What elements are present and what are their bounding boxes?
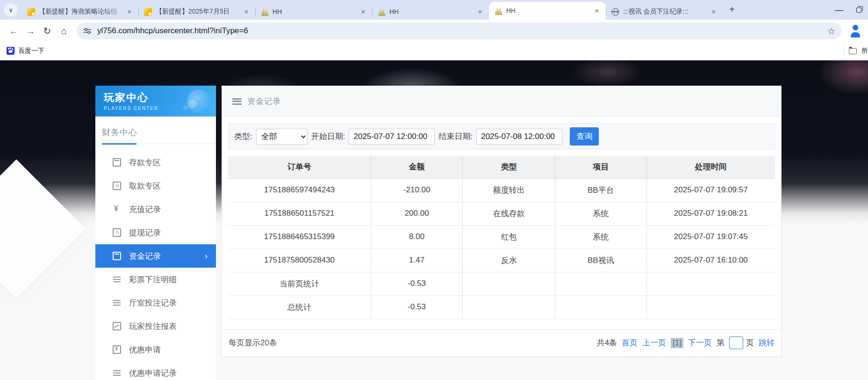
- jump-suffix-label: 页: [746, 337, 754, 348]
- tab-close-icon[interactable]: ×: [593, 7, 601, 15]
- bookmark-star-icon[interactable]: ☆: [827, 26, 835, 37]
- sidebar-item-player-bet-report[interactable]: 玩家投注报表: [95, 314, 216, 338]
- reload-icon[interactable]: ↻: [39, 23, 55, 39]
- sidebar-menu: 存款专区取款专区充值记录提现记录资金记录›彩票下注明细厅室投注记录玩家投注报表优…: [95, 151, 216, 380]
- url-text[interactable]: yl756.com/hhcp/usercenter.html?iniType=6: [97, 26, 822, 36]
- sidebar-item-label: 彩票下注明细: [129, 274, 177, 285]
- tab-close-icon[interactable]: ×: [125, 7, 134, 16]
- folder-icon[interactable]: [849, 48, 857, 54]
- chat-yellow-favicon-icon: [144, 8, 152, 16]
- table-row: 1751886597494243-210.00额度转出BB平台2025-07-0…: [228, 178, 775, 202]
- browser-tab[interactable]: HH×: [489, 2, 606, 20]
- profile-avatar[interactable]: [848, 24, 862, 38]
- sidebar-item-label: 玩家投注报表: [129, 321, 177, 332]
- new-tab-button[interactable]: +: [725, 3, 739, 16]
- hall-bet-record-icon: [113, 299, 121, 307]
- tab-close-icon[interactable]: ×: [242, 7, 251, 16]
- tab-title: 【新提醒】海燕策略论坛综: [39, 7, 122, 16]
- table-cell: 2025-07-07 19:07:45: [646, 225, 775, 248]
- menu-toggle-icon[interactable]: [232, 98, 242, 105]
- table-cell: [646, 295, 775, 319]
- browser-tab[interactable]: HH×: [372, 4, 489, 20]
- back-icon[interactable]: ←: [6, 23, 22, 39]
- browser-tab[interactable]: 【新提醒】2025年7月5日×: [138, 4, 255, 20]
- minimize-icon[interactable]: —: [835, 7, 843, 12]
- type-select[interactable]: 全部: [256, 129, 308, 145]
- table-cell: 1751886465315399: [228, 225, 371, 248]
- browser-tab[interactable]: 【新提醒】海燕策略论坛综×: [22, 4, 138, 20]
- table-cell: BB视讯: [555, 248, 646, 272]
- tab-title: :::视讯 会员下注纪录:::: [623, 7, 706, 16]
- filter-bar: 类型: 全部 开始日期: 结束日期: 查询: [228, 124, 775, 149]
- forward-icon[interactable]: →: [22, 23, 38, 39]
- sidebar-item-promo-apply[interactable]: 优惠申请: [95, 338, 216, 361]
- jump-prefix-label: 第: [717, 337, 725, 348]
- next-page-link[interactable]: 下一页: [688, 337, 712, 348]
- browser-window: ∨ 【新提醒】海燕策略论坛综×【新提醒】2025年7月5日×HH×HH×HH×:…: [0, 0, 868, 380]
- table-cell: 8.00: [371, 225, 463, 248]
- sidebar-item-hall-bet-record[interactable]: 厅室投注记录: [95, 291, 216, 314]
- sidebar-item-label: 存款专区: [129, 157, 161, 168]
- table-cell: -0.53: [371, 272, 463, 295]
- gold-bars-favicon-icon: [261, 8, 269, 16]
- table-cell: [463, 272, 555, 295]
- table-cell: [555, 272, 646, 295]
- table-body: 1751886597494243-210.00额度转出BB平台2025-07-0…: [228, 178, 775, 319]
- jump-link[interactable]: 跳转: [759, 337, 775, 348]
- sidebar-item-label: 资金记录: [129, 251, 161, 262]
- table-cell: -210.00: [371, 178, 463, 202]
- column-header: 金额: [371, 156, 463, 178]
- table-row: 17518758005284301.47反水BB视讯2025-07-07 16:…: [228, 248, 775, 272]
- all-bookmarks-label[interactable]: 所: [861, 47, 868, 55]
- bookmark-baidu[interactable]: 百度一下: [7, 47, 44, 55]
- sidebar-item-withdraw-area[interactable]: 取款专区: [95, 174, 216, 197]
- sidebar-item-lottery-bet-detail[interactable]: 彩票下注明细: [95, 268, 216, 291]
- search-button[interactable]: 查询: [570, 127, 599, 146]
- address-bar[interactable]: yl756.com/hhcp/usercenter.html?iniType=6…: [77, 22, 842, 39]
- sidebar-item-recharge-record[interactable]: 充值记录: [95, 197, 216, 221]
- tab-strip: ∨ 【新提醒】海燕策略论坛综×【新提醒】2025年7月5日×HH×HH×HH×:…: [0, 0, 868, 20]
- first-page-link[interactable]: 首页: [622, 337, 638, 348]
- table-cell: [555, 295, 646, 319]
- tab-close-icon[interactable]: ×: [476, 7, 484, 16]
- section-underline: [102, 144, 216, 144]
- table-cell: 200.00: [371, 202, 463, 225]
- browser-tab[interactable]: :::视讯 会员下注纪录:::×: [606, 4, 723, 20]
- sidebar-item-deposit-area[interactable]: 存款专区: [95, 151, 216, 174]
- home-icon[interactable]: ⌂: [56, 23, 72, 39]
- gold-bars-favicon-icon: [378, 8, 386, 16]
- promo-apply-icon: [113, 345, 121, 354]
- start-date-input[interactable]: [349, 129, 435, 145]
- table-cell: 1751886597494243: [228, 178, 371, 202]
- restore-icon[interactable]: [856, 7, 861, 13]
- recharge-record-icon: [113, 205, 121, 213]
- end-date-input[interactable]: [476, 129, 562, 145]
- start-date-label: 开始日期:: [311, 131, 345, 142]
- sidebar-item-funds-record[interactable]: 资金记录›: [95, 244, 216, 268]
- table-cell: 1.47: [371, 248, 463, 272]
- table-row: 当前页统计-0.53: [228, 272, 775, 295]
- site-settings-icon[interactable]: [83, 27, 92, 35]
- tab-close-icon[interactable]: ×: [359, 7, 367, 16]
- table-row: 总统计-0.53: [228, 295, 775, 319]
- prev-page-link[interactable]: 上一页: [642, 337, 666, 348]
- per-page-label: 每页显示20条: [229, 337, 277, 348]
- sidebar-item-promo-apply-record[interactable]: 优惠申请记录: [95, 361, 216, 380]
- table-cell: 1751886501157521: [228, 202, 371, 225]
- sidebar-item-withdraw-record[interactable]: 提现记录: [95, 221, 216, 244]
- sidebar-subtitle: PLAYERS CENTER: [104, 106, 216, 111]
- page-jump-input[interactable]: [729, 336, 743, 349]
- browser-tab[interactable]: HH×: [255, 4, 372, 20]
- chevron-right-icon: ›: [205, 251, 208, 261]
- table-cell: 额度转出: [463, 178, 555, 202]
- withdraw-record-icon: [113, 228, 121, 237]
- sidebar-item-label: 充值记录: [129, 204, 161, 215]
- bookmarks-bar: 百度一下 所: [0, 42, 868, 60]
- sidebar-item-label: 取款专区: [129, 181, 161, 191]
- page-content: 玩家中心 PLAYERS CENTER 财务中心 存款专区取款专区充值记录提现记…: [0, 60, 868, 380]
- tab-search-button[interactable]: ∨: [4, 3, 18, 16]
- baidu-icon: [7, 47, 14, 55]
- tab-close-icon[interactable]: ×: [710, 7, 718, 16]
- deposit-area-icon: [113, 158, 121, 167]
- table-cell: [463, 295, 555, 319]
